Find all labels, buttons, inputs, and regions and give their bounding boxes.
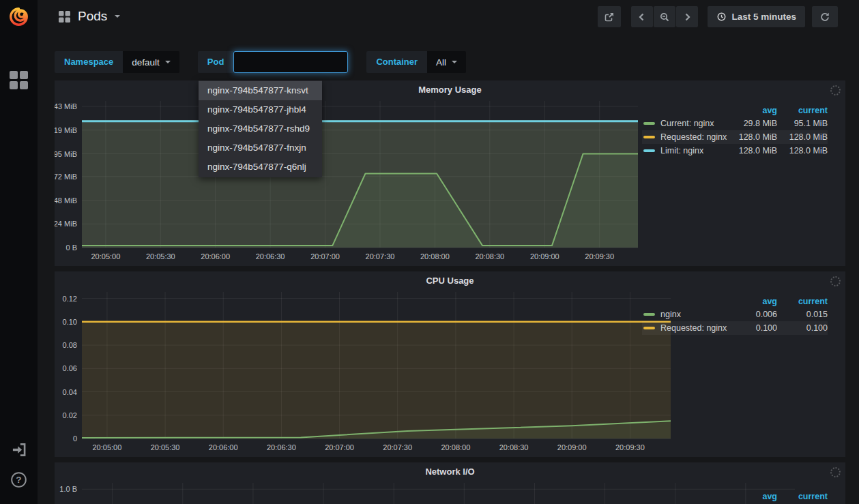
svg-text:20:06:30: 20:06:30: [256, 252, 285, 261]
svg-text:20:09:00: 20:09:00: [530, 252, 559, 261]
series-swatch: [643, 122, 655, 125]
legend-row[interactable]: Requested: nginx 128.0 MiB 128.0 MiB: [642, 130, 828, 144]
legend-row[interactable]: Requested: nginx 0.100 0.100: [642, 321, 828, 335]
pod-dropdown-menu: nginx-794b547877-knsvt nginx-794b547877-…: [199, 80, 322, 177]
namespace-label: Namespace: [55, 51, 123, 73]
memory-usage-chart[interactable]: 20:05:0020:05:3020:06:0020:06:3020:07:00…: [55, 80, 665, 268]
network-legend: avg current nginx-794b547877-knsvt 0 B 0…: [642, 490, 828, 504]
legend-avg-header[interactable]: avg: [729, 297, 777, 306]
svg-text:0.12: 0.12: [63, 295, 77, 303]
chevron-down-icon: [452, 61, 457, 63]
legend-row[interactable]: Current: nginx 29.8 MiB 95.1 MiB: [642, 117, 828, 130]
chevron-left-icon: [637, 12, 647, 23]
pod-option[interactable]: nginx-794b547877-fnxjn: [199, 138, 322, 158]
svg-text:143 MiB: 143 MiB: [55, 102, 77, 110]
namespace-filter: Namespace default: [55, 51, 179, 73]
series-swatch: [643, 149, 655, 152]
chevron-down-icon: [115, 15, 120, 18]
svg-text:20:08:30: 20:08:30: [499, 443, 529, 451]
svg-text:24 MiB: 24 MiB: [55, 220, 77, 228]
svg-text:0.04: 0.04: [63, 388, 77, 396]
svg-text:?: ?: [16, 475, 21, 485]
pod-label: Pod: [198, 51, 234, 73]
time-forward-button[interactable]: [676, 6, 698, 27]
svg-text:20:07:00: 20:07:00: [310, 252, 340, 261]
svg-text:20:08:30: 20:08:30: [475, 252, 504, 261]
sidebar: ?: [0, 0, 38, 504]
svg-text:20:07:30: 20:07:30: [366, 252, 395, 261]
network-io-panel: Network I/O 20:05:0020:05:3020:06:0020:0…: [55, 462, 845, 504]
series-swatch: [643, 327, 655, 329]
container-label: Container: [366, 51, 427, 73]
svg-text:119 MiB: 119 MiB: [55, 126, 77, 134]
svg-text:0.10: 0.10: [63, 318, 77, 326]
panel-title[interactable]: CPU Usage: [55, 276, 845, 286]
container-select[interactable]: All: [427, 51, 466, 73]
share-icon: [604, 12, 615, 23]
grafana-logo-icon[interactable]: [8, 5, 30, 28]
pod-filter: Pod: [198, 51, 349, 73]
svg-text:20:08:00: 20:08:00: [441, 443, 470, 451]
svg-text:20:05:30: 20:05:30: [151, 443, 180, 451]
template-variables-row: Namespace default Pod Container All: [55, 51, 484, 73]
legend-avg-header[interactable]: avg: [729, 106, 777, 115]
dashboard-title-dropdown[interactable]: Pods: [59, 9, 120, 24]
pod-input[interactable]: [233, 51, 348, 73]
legend-avg-header[interactable]: avg: [729, 492, 777, 501]
help-icon[interactable]: ?: [10, 471, 27, 491]
zoom-out-button[interactable]: [654, 6, 675, 27]
time-back-button[interactable]: [631, 6, 653, 27]
top-navbar: Pods: [38, 0, 859, 34]
legend-current-header[interactable]: current: [777, 492, 828, 501]
svg-text:0.08: 0.08: [63, 341, 77, 349]
svg-text:1.0 B: 1.0 B: [59, 485, 77, 493]
svg-text:0.06: 0.06: [63, 364, 77, 372]
legend-row[interactable]: nginx 0.006 0.015: [642, 308, 828, 321]
cpu-legend: avg current nginx 0.006 0.015 Requested:…: [642, 295, 828, 335]
svg-text:20:07:00: 20:07:00: [325, 443, 354, 451]
dashboard-grid-icon: [59, 11, 70, 23]
pod-option[interactable]: nginx-794b547877-knsvt: [199, 81, 322, 100]
cpu-usage-chart[interactable]: 20:05:0020:05:3020:06:0020:06:3020:07:00…: [55, 271, 698, 459]
legend-header: avg current: [642, 295, 828, 308]
sign-in-icon[interactable]: [10, 441, 27, 461]
svg-text:20:05:00: 20:05:00: [92, 443, 121, 451]
svg-text:0 B: 0 B: [65, 243, 77, 252]
svg-text:20:05:30: 20:05:30: [146, 252, 175, 261]
refresh-button[interactable]: [812, 6, 838, 27]
chevron-right-icon: [682, 12, 693, 23]
series-swatch: [643, 313, 655, 316]
pod-option[interactable]: nginx-794b547877-rshd9: [199, 119, 322, 138]
svg-text:20:09:30: 20:09:30: [615, 443, 645, 451]
svg-text:20:06:30: 20:06:30: [267, 443, 296, 451]
clock-icon: [716, 12, 727, 22]
time-range-picker[interactable]: Last 5 minutes: [708, 6, 805, 27]
series-swatch: [643, 136, 655, 138]
page-title: Pods: [78, 9, 107, 24]
svg-text:20:06:00: 20:06:00: [201, 252, 230, 261]
namespace-select[interactable]: default: [123, 51, 179, 73]
svg-text:20:09:00: 20:09:00: [557, 443, 587, 451]
zoom-out-icon: [659, 12, 670, 23]
svg-text:95 MiB: 95 MiB: [55, 150, 77, 158]
legend-row[interactable]: Limit: nginx 128.0 MiB 128.0 MiB: [642, 144, 828, 158]
refresh-icon: [819, 12, 830, 23]
legend-current-header[interactable]: current: [777, 106, 828, 115]
pod-option[interactable]: nginx-794b547877-jhbl4: [199, 100, 322, 119]
panel-title[interactable]: Memory Usage: [55, 85, 845, 95]
svg-text:0: 0: [73, 434, 77, 443]
legend-header: avg current: [642, 490, 828, 503]
memory-legend: avg current Current: nginx 29.8 MiB 95.1…: [642, 104, 828, 158]
pod-option[interactable]: nginx-794b547877-q6nlj: [199, 158, 322, 177]
container-filter: Container All: [366, 51, 466, 73]
panel-title[interactable]: Network I/O: [55, 466, 845, 477]
dashboards-grid-icon[interactable]: [10, 71, 28, 92]
svg-text:20:07:30: 20:07:30: [383, 443, 412, 451]
chevron-down-icon: [165, 61, 171, 63]
legend-current-header[interactable]: current: [777, 297, 828, 306]
share-button[interactable]: [598, 6, 621, 27]
cpu-usage-panel: CPU Usage 20:05:0020:05:3020:06:0020:06:…: [55, 271, 845, 457]
svg-text:20:09:30: 20:09:30: [585, 252, 614, 261]
memory-usage-panel: Memory Usage 20:05:0020:05:3020:06:0020:…: [55, 80, 845, 266]
time-range-label: Last 5 minutes: [731, 12, 796, 22]
